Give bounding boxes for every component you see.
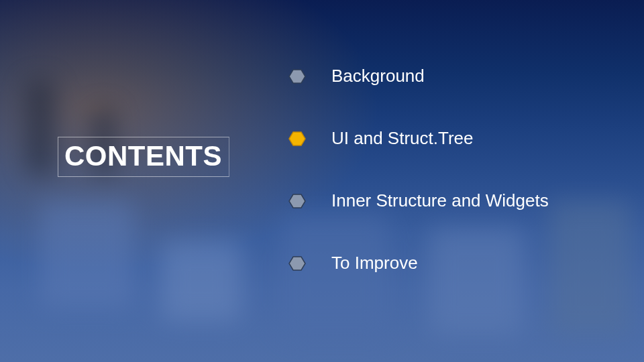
contents-item-label: Inner Structure and Widgets <box>331 190 549 211</box>
svg-marker-1 <box>289 132 305 145</box>
hexagon-icon <box>288 194 306 208</box>
contents-item[interactable]: Inner Structure and Widgets <box>288 190 549 211</box>
contents-list: BackgroundUI and Struct.TreeInner Struct… <box>288 66 549 274</box>
hexagon-icon <box>288 69 306 84</box>
svg-marker-2 <box>289 194 305 208</box>
page-title: CONTENTS <box>64 140 222 172</box>
contents-item[interactable]: Background <box>288 66 549 86</box>
contents-item[interactable]: UI and Struct.Tree <box>288 128 549 149</box>
contents-item-label: To Improve <box>331 253 418 274</box>
hexagon-icon <box>288 131 306 146</box>
contents-item-label: Background <box>331 66 425 86</box>
contents-item[interactable]: To Improve <box>288 253 549 274</box>
contents-item-label: UI and Struct.Tree <box>331 128 473 149</box>
title-frame: CONTENTS <box>58 137 229 177</box>
svg-marker-3 <box>289 257 305 270</box>
hexagon-icon <box>288 256 306 271</box>
svg-marker-0 <box>289 70 305 83</box>
